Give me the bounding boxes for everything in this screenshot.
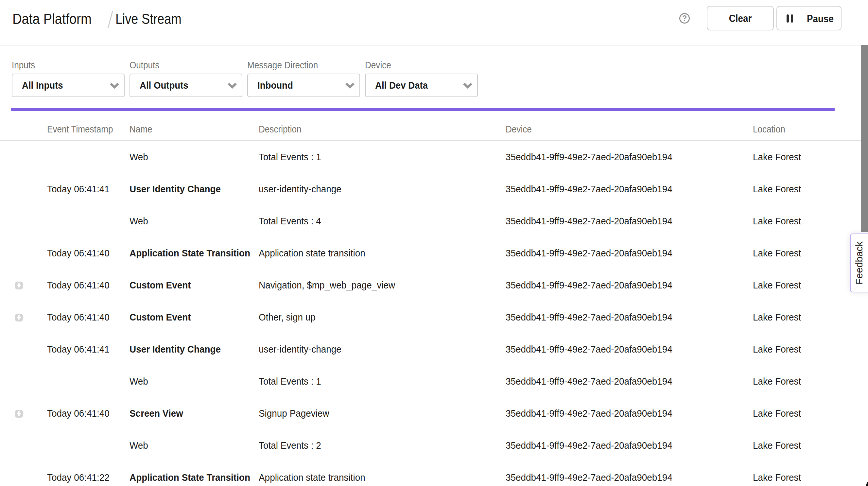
svg-text:?: ? bbox=[682, 14, 687, 23]
